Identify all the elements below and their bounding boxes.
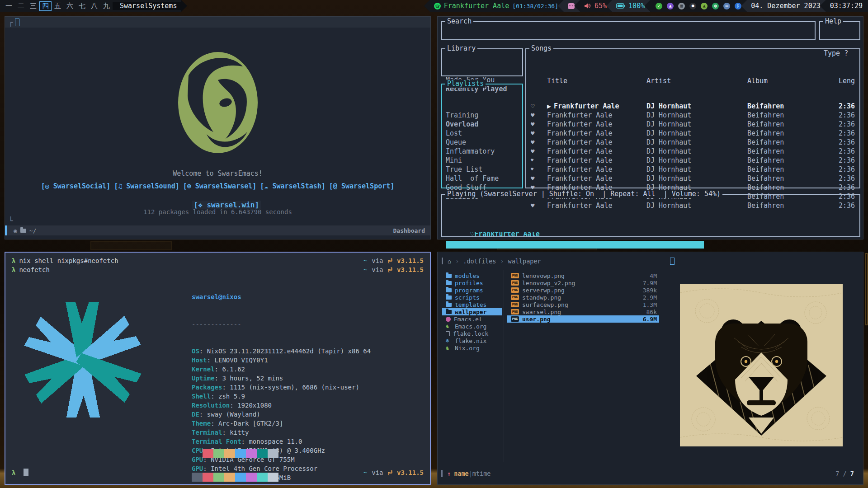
heart-filled-icon[interactable]: ♥	[531, 111, 547, 120]
info-value: NixOS 23.11.20231112.e44462d (Tapir) x86…	[207, 347, 371, 355]
playlist-item-hall-of-fame[interactable]: Hall of Fame	[446, 174, 522, 183]
sort-alt-field[interactable]: mtime	[472, 470, 491, 477]
file-row-Emacs.el[interactable]: Emacs.el	[442, 315, 502, 323]
dashboard-button-SwarselSwarsel[interactable]: [⊚ SwarselSwarsel]	[183, 182, 257, 190]
song-row[interactable]: ♥Frankfurter AaleDJ HornhautBeifahren2:3…	[526, 120, 859, 129]
file-row-standwp.png[interactable]: PNGstandwp.png2.9M	[507, 294, 659, 301]
file-row-flake.lock[interactable]: flake.lock	[442, 330, 502, 337]
song-length: 2:36	[836, 183, 855, 192]
breadcrumb[interactable]: ⌂ › .dotfiles › wallpaper	[448, 258, 541, 265]
workspace-二[interactable]: 二	[15, 1, 27, 11]
file-row-wallpaper[interactable]: wallpaper	[442, 308, 502, 315]
breadcrumb-dotfiles[interactable]: .dotfiles	[463, 258, 496, 265]
battery-module[interactable]: 100%	[606, 0, 650, 12]
file-row-surfacewp.png[interactable]: PNGsurfacewp.png1.3M	[507, 301, 659, 308]
file-name: user.png	[522, 316, 551, 323]
dashboard-button-SwarselStash[interactable]: [☁ SwarselStash]	[260, 182, 326, 190]
sort-field[interactable]: name	[454, 470, 469, 477]
file-row-flake.nix[interactable]: ❄flake.nix	[442, 337, 502, 344]
dashboard-load-message: 112 packages loaded in 6.643790 seconds	[5, 208, 430, 216]
terminal-prompt-line[interactable]: λ ~via v3.11.5	[12, 469, 424, 476]
file-row-profiles[interactable]: profiles	[442, 279, 502, 286]
song-row[interactable]: ♡▶Frankfurter AaleDJ HornhautBeifahren2:…	[526, 102, 859, 111]
song-row[interactable]: ♥Frankfurter AaleDJ HornhautBeifahren2:3…	[526, 138, 859, 147]
workspace-三[interactable]: 三	[27, 1, 39, 11]
song-row[interactable]: ♥Frankfurter AaleDJ HornhautBeifahren2:3…	[526, 129, 859, 138]
progress-bar[interactable]	[446, 225, 855, 232]
terminal-window[interactable]: λnix shell nixpkgs#neofetch ~via v3.11.5…	[5, 252, 431, 485]
song-row[interactable]: ♥Frankfurter AaleDJ HornhautBeifahren2:3…	[526, 111, 859, 120]
info-value: 6.1.62	[222, 366, 245, 373]
workspace-六[interactable]: 六	[64, 1, 76, 11]
song-album: Beifahren	[747, 156, 836, 165]
file-row-lenovowp.png[interactable]: PNGlenovowp.png4M	[507, 272, 659, 279]
heart-filled-icon[interactable]: ♥	[531, 174, 547, 183]
playlist-item-queue[interactable]: Queue	[446, 138, 522, 147]
playlist-item-lost[interactable]: Lost	[446, 129, 522, 138]
info-value: zsh 5.9	[218, 393, 245, 400]
monitor-icon[interactable]: ▭	[723, 3, 730, 9]
file-name: programs	[455, 287, 483, 294]
file-row-user.png[interactable]: PNGuser.png6.9M	[507, 315, 659, 323]
keyboard-icon	[568, 3, 575, 9]
check-icon[interactable]: ✓	[656, 3, 662, 9]
workspace-四[interactable]: 四	[39, 1, 52, 11]
workspace-九[interactable]: 九	[100, 1, 113, 11]
file-row-serverwp.png[interactable]: PNGserverwp.png389k	[507, 286, 659, 294]
playlist-item-true-list[interactable]: True List	[446, 165, 522, 174]
workspace-七[interactable]: 七	[76, 1, 88, 11]
workspace-一[interactable]: 一	[3, 1, 15, 11]
heart-outline-icon[interactable]: ♡	[531, 102, 547, 111]
playlist-item-inflammatory[interactable]: Inflammatory	[446, 147, 522, 156]
dashboard-button-SwarselSport[interactable]: [@ SwarselSport]	[329, 182, 395, 190]
playlist-item-mini[interactable]: Mini	[446, 156, 522, 165]
song-row[interactable]: ♥Frankfurter AaleDJ HornhautBeifahren2:3…	[526, 165, 859, 174]
file-row-Emacs.org[interactable]: ♞Emacs.org	[442, 323, 502, 330]
song-artist: DJ Hornhaut	[646, 120, 747, 129]
file-row-templates[interactable]: templates	[442, 301, 502, 308]
workspace-八[interactable]: 八	[88, 1, 100, 11]
dashboard-button-SwarselSound[interactable]: [♫ SwarselSound]	[114, 182, 179, 190]
heart-filled-icon[interactable]: ♥	[531, 138, 547, 147]
song-length: 2:36	[836, 102, 855, 111]
tent-icon[interactable]: ▲	[701, 3, 708, 9]
heart-filled-icon[interactable]: ♥	[531, 156, 547, 165]
file-row-scripts[interactable]: scripts	[442, 294, 502, 301]
search-box[interactable]: Search	[441, 21, 816, 40]
help-box: Help Type ?	[819, 21, 860, 40]
help-label: Help	[823, 17, 843, 25]
heart-filled-icon[interactable]: ♥	[531, 129, 547, 138]
heart-filled-icon[interactable]: ♥	[531, 165, 547, 174]
via-label: via	[372, 257, 383, 264]
system-tray[interactable]: ✓▲▦●▲◍▭ᛒ	[644, 0, 747, 12]
discord-icon[interactable]: ●	[689, 3, 696, 9]
file-row-lenovowp_v2.png[interactable]: PNGlenovowp_v2.png7.9M	[507, 279, 659, 286]
sort-ascending-icon[interactable]: ↑	[447, 470, 451, 477]
tray-app-icon[interactable]: ▦	[678, 3, 685, 9]
song-row[interactable]: ♥Frankfurter AaleDJ HornhautBeifahren2:3…	[526, 156, 859, 165]
song-row[interactable]: ♥Frankfurter AaleDJ HornhautBeifahren2:3…	[526, 147, 859, 156]
playlist-item-overload[interactable]: Overload	[446, 120, 522, 129]
file-row-modules[interactable]: modules	[442, 272, 502, 279]
bluetooth-icon[interactable]: ᛒ	[735, 3, 741, 9]
breadcrumb-wallpaper[interactable]: wallpaper	[508, 258, 541, 265]
shield-icon[interactable]: ▲	[667, 3, 674, 9]
file-row-swarsel.png[interactable]: PNGswarsel.png86k	[507, 308, 659, 315]
dashboard-button-SwarselSocial[interactable]: [◎ SwarselSocial]	[41, 182, 111, 190]
home-icon[interactable]: ⌂	[448, 258, 451, 265]
sort-separator: |	[469, 470, 472, 477]
playlist-item-training[interactable]: Training	[446, 111, 522, 120]
file-row-Nix.org[interactable]: ♞Nix.org	[442, 344, 502, 352]
wheel-icon[interactable]: ◍	[712, 3, 719, 9]
songs-label: Songs	[529, 44, 553, 52]
date-module[interactable]: 04. Dezember 2023	[741, 0, 826, 12]
python-version: v3.11.5	[393, 469, 424, 476]
song-row[interactable]: ♥Frankfurter AaleDJ HornhautBeifahren2:3…	[526, 174, 859, 183]
workspace-五[interactable]: 五	[52, 1, 64, 11]
music-status[interactable]: Frankfurter Aale [01:38/02:36]	[424, 0, 564, 12]
file-size: 4M	[650, 272, 657, 279]
file-row-programs[interactable]: programs	[442, 286, 502, 294]
clock-module[interactable]: 03:37:29	[820, 0, 868, 12]
heart-filled-icon[interactable]: ♥	[531, 147, 547, 156]
heart-filled-icon[interactable]: ♥	[531, 120, 547, 129]
